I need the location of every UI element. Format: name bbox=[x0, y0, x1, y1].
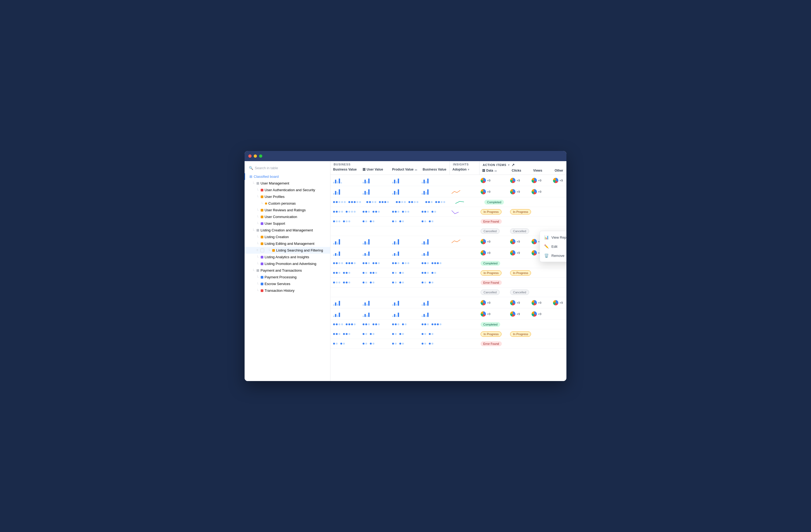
status-badge: In Progress bbox=[510, 331, 531, 337]
cell-bv1 bbox=[331, 177, 360, 184]
cell-clicks: +9 bbox=[507, 238, 529, 245]
sidebar-item-escrow-services[interactable]: └ Escrow Services bbox=[245, 280, 330, 287]
sidebar-item-listing-promotion[interactable]: └ Listing Promotion and Advertising bbox=[245, 260, 330, 267]
cell-status-inprogress: In Progress bbox=[478, 208, 507, 216]
tree-label: Custom personas bbox=[269, 201, 296, 206]
sidebar-item-user-profiles[interactable]: └ User Profiles bbox=[245, 193, 330, 200]
col-label: Adoption bbox=[453, 168, 466, 171]
tree-label: Listing Creation bbox=[265, 235, 289, 239]
connector-icon: └ bbox=[256, 188, 259, 192]
connector-icon: └ bbox=[256, 282, 259, 286]
tree-label: Payment and Transactions bbox=[261, 269, 302, 272]
sidebar-item-user-management[interactable]: └ ⊞ User Management bbox=[245, 180, 330, 187]
cell-adoption bbox=[448, 323, 478, 325]
context-menu-remove[interactable]: 🗑️ Remove bbox=[540, 251, 566, 260]
connector-icon: └ bbox=[252, 269, 255, 272]
tree-label: User Authentication and Security bbox=[265, 188, 316, 192]
cell-empty2 bbox=[553, 291, 566, 293]
cell-uv bbox=[360, 261, 389, 265]
col-user-value[interactable]: 🖼 User Value bbox=[360, 167, 389, 173]
tree-panel: 🔍 Search in table ⊞ Classified board └ ⊞… bbox=[245, 161, 331, 381]
table-row: Error Found bbox=[331, 339, 566, 349]
dropdown-icon[interactable]: ▾ bbox=[508, 163, 510, 167]
board-icon: ⊞ bbox=[249, 174, 253, 179]
sidebar-item-payment-transactions[interactable]: └ ⊞ Payment and Transactions bbox=[245, 267, 330, 274]
filter-icon[interactable]: ⚌ bbox=[494, 169, 497, 172]
cell-status-completed: Completed bbox=[478, 260, 507, 267]
col-clicks[interactable]: Clicks bbox=[509, 168, 531, 174]
cell-adoption1 bbox=[448, 179, 478, 182]
connector-icon: └ bbox=[256, 262, 259, 266]
action-items-label: ACTION ITEMS ▾ ↗ bbox=[479, 161, 566, 168]
sidebar-item-listing-creation[interactable]: └ Listing Creation bbox=[245, 233, 330, 240]
cell-clicks-cancelled: Cancelled bbox=[507, 289, 532, 296]
cell-adoption bbox=[448, 313, 478, 315]
cell-status-completed: Completed bbox=[478, 321, 507, 328]
cell-adoption bbox=[448, 221, 478, 223]
tree-label: Listing Editing and Management bbox=[265, 242, 315, 246]
filter-icon[interactable]: ⚌ bbox=[415, 168, 417, 171]
sidebar-item-classified-board[interactable]: ⊞ Classified board bbox=[245, 173, 330, 180]
cell-bv2 bbox=[419, 291, 448, 293]
cell-bv bbox=[331, 230, 360, 232]
tree-label: Listing Creation and Management bbox=[261, 228, 313, 232]
col-business-value[interactable]: Business Value bbox=[331, 167, 360, 173]
cell-status-inprogress: In Progress bbox=[478, 269, 507, 277]
sidebar-item-user-comm[interactable]: └ User Communication bbox=[245, 213, 330, 220]
table-row: +9 +9 +9 bbox=[331, 186, 566, 197]
col-product-value[interactable]: Product Value ⚌ bbox=[389, 167, 420, 173]
col-adoption[interactable]: Adoption ▾ bbox=[450, 167, 479, 173]
cell-bv bbox=[331, 188, 360, 196]
cell-pv bbox=[389, 271, 419, 275]
sidebar-item-listing-analytics[interactable]: └ Listing Analytics and Insights bbox=[245, 254, 330, 260]
cell-status-cancelled: Cancelled bbox=[478, 227, 507, 235]
col-other[interactable]: Other bbox=[552, 168, 566, 174]
connector-icon: └ bbox=[256, 275, 259, 279]
cell-views1: +9 bbox=[529, 177, 550, 184]
cell-bv bbox=[331, 299, 360, 307]
cell-uv bbox=[360, 280, 389, 285]
sidebar-item-listing-editing[interactable]: └ Listing Editing and Management bbox=[245, 240, 330, 247]
tree-label: User Reviews and Ratings bbox=[265, 208, 306, 212]
sidebar-item-transaction-history[interactable]: └ Transaction History bbox=[245, 287, 330, 294]
status-dot-yellow bbox=[261, 196, 263, 198]
tree-label: User Communication bbox=[265, 215, 297, 219]
table-row: Completed bbox=[331, 197, 566, 207]
cell-empty bbox=[532, 291, 553, 293]
cell-empty bbox=[534, 272, 555, 274]
cell-bv bbox=[331, 310, 360, 318]
sidebar-item-listing-creation-mgmt[interactable]: └ ⊞ Listing Creation and Management bbox=[245, 227, 330, 233]
close-button[interactable] bbox=[248, 154, 251, 158]
filter-icon[interactable]: ▾ bbox=[468, 168, 469, 171]
sidebar-item-custom-personas[interactable]: └ Custom personas bbox=[245, 200, 330, 207]
col-data[interactable]: 🖼 Data ⚌ bbox=[479, 168, 509, 174]
context-menu-view-report[interactable]: 📊 View Report bbox=[540, 233, 566, 242]
col-business-value-2[interactable]: Business Value bbox=[420, 167, 449, 173]
insights-section: INSIGHTS Adoption ▾ bbox=[450, 161, 479, 174]
context-menu-edit[interactable]: ✏️ Edit bbox=[540, 242, 566, 251]
insights-section-label: INSIGHTS bbox=[450, 161, 479, 167]
cell-bv bbox=[331, 341, 360, 346]
sidebar-item-listing-searching[interactable]: ⠿ └ Listing Searching and Filtering bbox=[245, 247, 330, 254]
sidebar-item-user-support[interactable]: └ User Support bbox=[245, 220, 330, 227]
row-checkbox[interactable] bbox=[260, 248, 264, 252]
sidebar-item-user-reviews[interactable]: └ User Reviews and Ratings bbox=[245, 207, 330, 213]
sidebar-item-payment-processing[interactable]: └ Payment Processing bbox=[245, 274, 330, 280]
cell-uv bbox=[360, 188, 389, 196]
status-badge: Completed bbox=[480, 322, 500, 327]
col-label: Views bbox=[533, 169, 542, 172]
main-content: 🔍 Search in table ⊞ Classified board └ ⊞… bbox=[245, 161, 566, 381]
status-dot-yellow bbox=[272, 249, 275, 252]
minimize-button[interactable] bbox=[254, 154, 257, 158]
cell-other bbox=[550, 191, 566, 193]
search-bar[interactable]: 🔍 Search in table bbox=[245, 164, 330, 173]
status-badge: Completed bbox=[480, 261, 500, 266]
status-dot-circle bbox=[265, 202, 267, 204]
col-views[interactable]: Views bbox=[531, 168, 552, 174]
maximize-button[interactable] bbox=[259, 154, 262, 158]
sidebar-item-user-auth[interactable]: └ User Authentication and Security bbox=[245, 187, 330, 193]
image-icon: 🖼 bbox=[363, 168, 366, 171]
action-items-section: ACTION ITEMS ▾ ↗ 🖼 Data ⚌ bbox=[479, 161, 566, 174]
col-label: Other bbox=[555, 169, 563, 172]
cell-pv1 bbox=[389, 177, 419, 184]
